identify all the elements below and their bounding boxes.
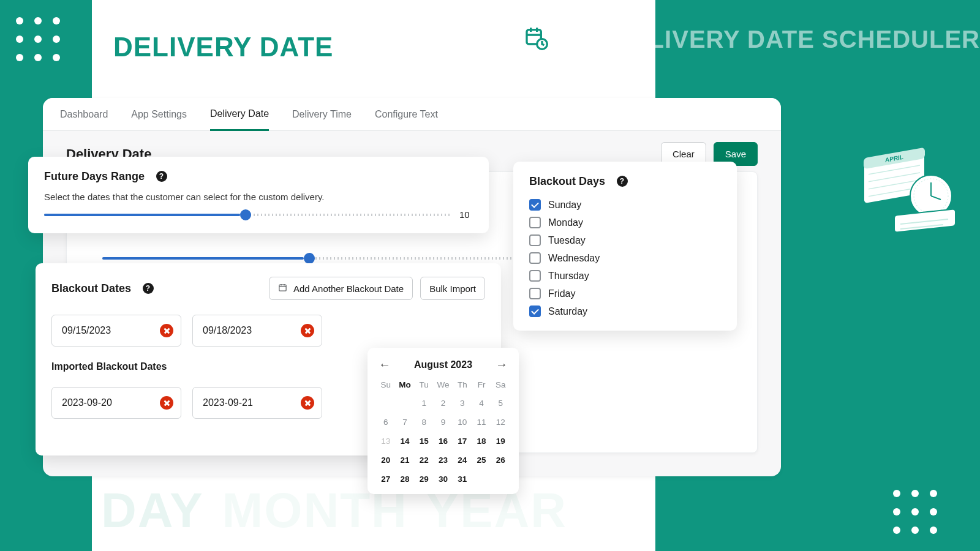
calendar-clock-icon [524,26,548,53]
calendar-next-icon[interactable]: → [493,358,510,372]
calendar-day[interactable]: 17 [453,433,472,449]
brand-title: EM DELIVERY DATE SCHEDULER [568,26,980,53]
calendar-day[interactable]: 9 [434,414,453,430]
calendar-dow: Th [453,378,472,392]
future-days-value: 10 [459,209,473,220]
calendar-day[interactable]: 8 [415,414,434,430]
future-days-title: Future Days Range [44,170,145,183]
bulk-import-button[interactable]: Bulk Import [420,277,485,300]
calendar-day[interactable]: 18 [472,433,491,449]
calendar-dow: Mo [395,378,414,392]
remove-icon[interactable] [160,396,173,410]
calendar-day[interactable]: 19 [491,433,510,449]
checkbox[interactable] [529,217,541,228]
day-label: Tuesday [548,235,586,246]
tab-app-settings[interactable]: App Settings [131,99,187,130]
calendar-day[interactable]: 23 [434,452,453,468]
calendar-prev-icon[interactable]: ← [376,358,393,372]
calendar-day[interactable]: 5 [491,395,510,411]
calendar-day[interactable]: 1 [415,395,434,411]
calendar-day[interactable]: 13 [376,433,395,449]
calendar-dow: Fr [472,378,491,392]
day-row-tuesday: Tuesday [529,234,721,246]
blackout-date-value: 2023-09-21 [203,397,253,408]
calendar-day[interactable]: 29 [415,471,434,487]
calendar-day[interactable]: 2 [434,395,453,411]
add-blackout-date-button[interactable]: Add Another Blackout Date [269,277,413,300]
blackout-days-title: Blackout Days [529,175,605,188]
calendar-day[interactable]: 28 [395,471,414,487]
tab-delivery-date[interactable]: Delivery Date [210,99,269,131]
calendar-clock-illustration: APRIL [858,141,962,245]
calendar-day[interactable]: 30 [434,471,453,487]
blackout-days-card: Blackout Days ? SundayMondayTuesdayWedne… [513,162,737,331]
tab-configure-text[interactable]: Configure Text [375,99,438,130]
day-label: Monday [548,217,583,228]
day-row-sunday: Sunday [529,199,721,211]
calendar-day[interactable]: 31 [453,471,472,487]
calendar-day[interactable]: 25 [472,452,491,468]
future-days-slider[interactable] [44,214,452,216]
day-row-wednesday: Wednesday [529,252,721,264]
calendar-dow: Sa [491,378,510,392]
calendar-day[interactable]: 15 [415,433,434,449]
remove-icon[interactable] [301,396,314,410]
day-label: Thursday [548,271,589,282]
checkbox[interactable] [529,199,541,211]
tab-delivery-time[interactable]: Delivery Time [292,99,352,130]
checkbox[interactable] [529,234,541,246]
calendar-day[interactable]: 10 [453,414,472,430]
blackout-date-chip[interactable]: 2023-09-20 [51,387,181,419]
calendar-day[interactable]: 16 [434,433,453,449]
remove-icon[interactable] [301,324,314,337]
calendar-day[interactable]: 24 [453,452,472,468]
calendar-dow: We [434,378,453,392]
day-row-saturday: Saturday [529,305,721,317]
calendar-day[interactable]: 3 [453,395,472,411]
day-label: Saturday [548,306,587,317]
calendar-icon [278,283,290,294]
calendar-day[interactable]: 20 [376,452,395,468]
checkbox[interactable] [529,270,541,282]
day-row-thursday: Thursday [529,270,721,282]
day-label: Sunday [548,200,581,211]
calendar-day[interactable]: 27 [376,471,395,487]
checkbox[interactable] [529,305,541,317]
blackout-date-chip[interactable]: 09/15/2023 [51,315,181,347]
calendar-dow: Su [376,378,395,392]
future-days-card: Future Days Range ? Select the dates tha… [28,157,489,233]
calendar-day[interactable]: 6 [376,414,395,430]
decor-dots-tl [16,17,60,61]
calendar-dow: Tu [415,378,434,392]
blackout-date-value: 2023-09-20 [62,397,112,408]
calendar-day[interactable]: 26 [491,452,510,468]
day-label: Wednesday [548,253,600,264]
calendar-day[interactable]: 14 [395,433,414,449]
calendar-popover: ← August 2023 → SuMoTuWeThFrSa 123456789… [368,348,519,494]
calendar-day[interactable]: 21 [395,452,414,468]
help-icon[interactable]: ? [156,171,167,182]
calendar-day[interactable]: 4 [472,395,491,411]
slider-track-bg[interactable] [102,257,522,260]
remove-icon[interactable] [160,324,173,337]
decor-dots-br [893,490,937,534]
calendar-day[interactable]: 7 [395,414,414,430]
calendar-day[interactable]: 11 [472,414,491,430]
calendar-day[interactable]: 22 [415,452,434,468]
svg-rect-2 [279,285,286,291]
blackout-date-chip[interactable]: 09/18/2023 [192,315,322,347]
calendar-day[interactable]: 12 [491,414,510,430]
blackout-dates-title: Blackout Dates [51,282,131,295]
checkbox[interactable] [529,252,541,264]
help-icon[interactable]: ? [617,176,628,187]
help-icon[interactable]: ? [143,283,154,294]
tab-dashboard[interactable]: Dashboard [60,99,108,130]
blackout-date-chip[interactable]: 2023-09-21 [192,387,322,419]
future-days-desc: Select the dates that the customer can s… [44,192,473,202]
blackout-date-value: 09/18/2023 [203,325,252,336]
calendar-title: August 2023 [414,359,472,370]
day-label: Friday [548,288,575,299]
add-blackout-label: Add Another Blackout Date [293,283,404,294]
tab-bar: DashboardApp SettingsDelivery DateDelive… [43,98,781,131]
checkbox[interactable] [529,288,541,299]
